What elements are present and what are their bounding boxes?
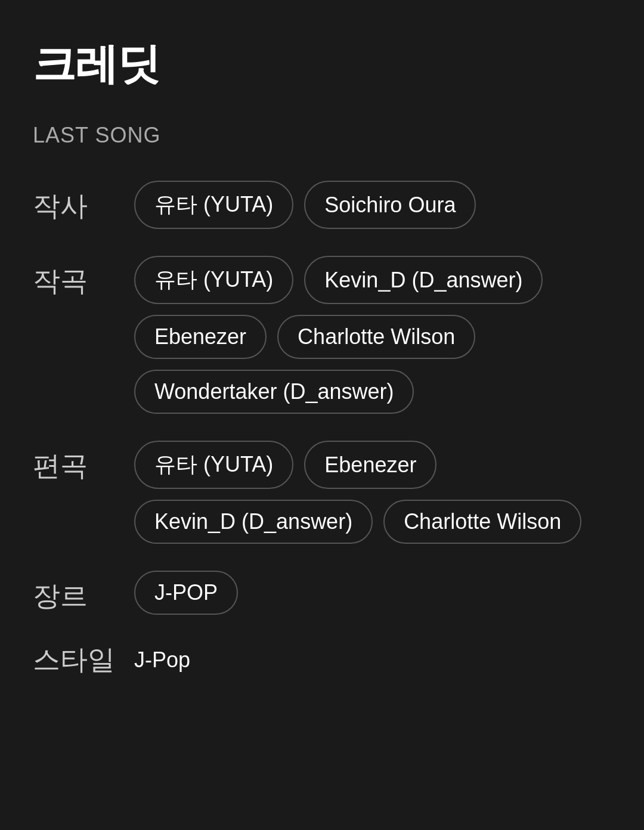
tag-yuta-composer[interactable]: 유타 (YUTA)	[134, 256, 293, 304]
composer-label: 작곡	[33, 256, 134, 300]
genre-row: 장르 J-POP	[33, 571, 611, 615]
lyricist-row: 작사 유타 (YUTA) Soichiro Oura	[33, 181, 611, 229]
tag-soichiro[interactable]: Soichiro Oura	[304, 181, 476, 229]
tag-yuta-lyricist[interactable]: 유타 (YUTA)	[134, 181, 293, 229]
arranger-row: 편곡 유타 (YUTA) Ebenezer Kevin_D (D_answer)…	[33, 441, 611, 544]
tag-yuta-arranger[interactable]: 유타 (YUTA)	[134, 441, 293, 489]
composer-tags: 유타 (YUTA) Kevin_D (D_answer) Ebenezer Ch…	[134, 256, 611, 414]
genre-tags: J-POP	[134, 571, 611, 615]
song-title: LAST SONG	[33, 123, 611, 148]
tag-charlotte-composer[interactable]: Charlotte Wilson	[277, 315, 475, 359]
style-label: 스타일	[33, 642, 134, 679]
tag-kevind-arranger[interactable]: Kevin_D (D_answer)	[134, 500, 373, 544]
tag-wondertaker-composer[interactable]: Wondertaker (D_answer)	[134, 370, 414, 414]
tag-kevind-composer[interactable]: Kevin_D (D_answer)	[304, 256, 543, 304]
lyricist-label: 작사	[33, 181, 134, 225]
style-value: J-Pop	[134, 648, 190, 673]
lyricist-tags: 유타 (YUTA) Soichiro Oura	[134, 181, 611, 229]
tag-ebenezer-composer[interactable]: Ebenezer	[134, 315, 267, 359]
genre-label: 장르	[33, 571, 134, 615]
credits-section: 작사 유타 (YUTA) Soichiro Oura 작곡 유타 (YUTA) …	[33, 181, 611, 705]
style-row: 스타일 J-Pop	[33, 642, 611, 679]
tag-ebenezer-arranger[interactable]: Ebenezer	[304, 441, 436, 489]
page-title: 크레딧	[33, 36, 611, 93]
composer-row: 작곡 유타 (YUTA) Kevin_D (D_answer) Ebenezer…	[33, 256, 611, 414]
tag-jpop-genre[interactable]: J-POP	[134, 571, 238, 615]
arranger-label: 편곡	[33, 441, 134, 485]
arranger-tags: 유타 (YUTA) Ebenezer Kevin_D (D_answer) Ch…	[134, 441, 611, 544]
tag-charlotte-arranger[interactable]: Charlotte Wilson	[383, 500, 581, 544]
